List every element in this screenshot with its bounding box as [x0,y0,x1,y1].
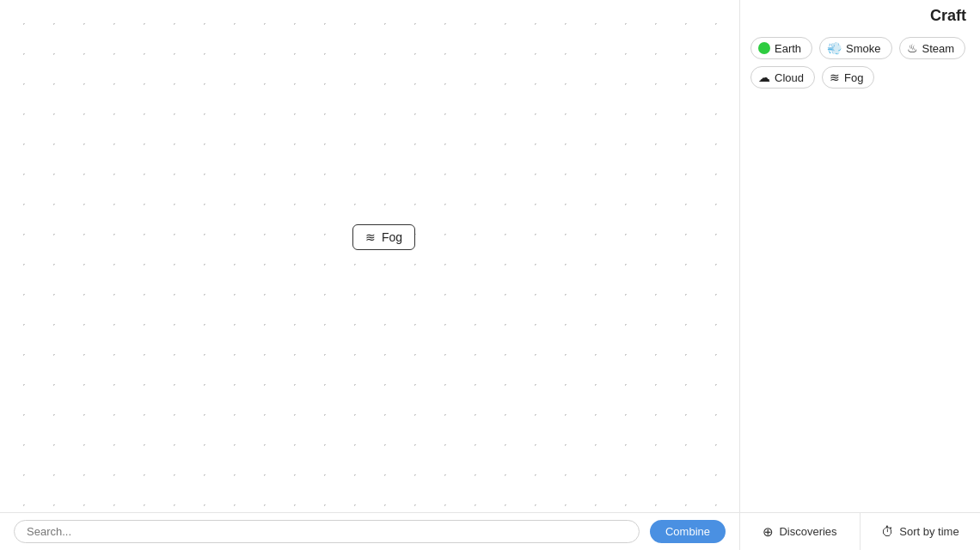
bottom-bar: ⊕ Discoveries ⏱ Sort by time [740,512,980,550]
canvas-search-input[interactable] [14,520,640,543]
fog-icon: ≋ [830,70,840,84]
combine-button[interactable]: Combine [650,520,726,543]
canvas-bottom-bar: Combine [0,512,739,550]
fog-node[interactable]: ≋ Fog [352,224,415,250]
craft-title: Craft [930,7,966,25]
chip-label-fog: Fog [844,71,863,84]
craft-header: Craft [740,0,980,30]
discoveries-icon: ⊕ [763,524,774,540]
smoke-icon: 💨 [827,41,842,55]
results-area: Earth💨Smoke♨Steam☁Cloud≋Fog [740,30,980,512]
earth-icon [758,42,770,54]
chip-steam[interactable]: ♨Steam [899,37,966,59]
canvas-area[interactable]: ≋ Fog Combine [0,0,739,550]
sort-label: Sort by time [899,525,959,538]
fog-node-label: Fog [382,230,402,244]
steam-icon: ♨ [907,41,918,55]
chip-fog[interactable]: ≋Fog [822,66,874,89]
chip-label-earth: Earth [775,42,801,55]
chip-earth[interactable]: Earth [750,37,812,59]
right-panel: Craft Earth💨Smoke♨Steam☁Cloud≋Fog ⊕ Disc… [739,0,980,550]
chip-label-cloud: Cloud [775,71,804,84]
fog-node-icon: ≋ [365,230,376,244]
chip-smoke[interactable]: 💨Smoke [819,37,891,59]
discoveries-button[interactable]: ⊕ Discoveries [740,513,861,550]
sort-by-time-button[interactable]: ⏱ Sort by time [861,513,980,550]
sort-icon: ⏱ [881,524,894,539]
chip-cloud[interactable]: ☁Cloud [750,66,815,89]
connection-lines [0,0,258,129]
cloud-icon: ☁ [758,70,770,84]
chip-label-steam: Steam [922,42,955,55]
discoveries-label: Discoveries [779,525,836,538]
chip-label-smoke: Smoke [846,42,880,55]
